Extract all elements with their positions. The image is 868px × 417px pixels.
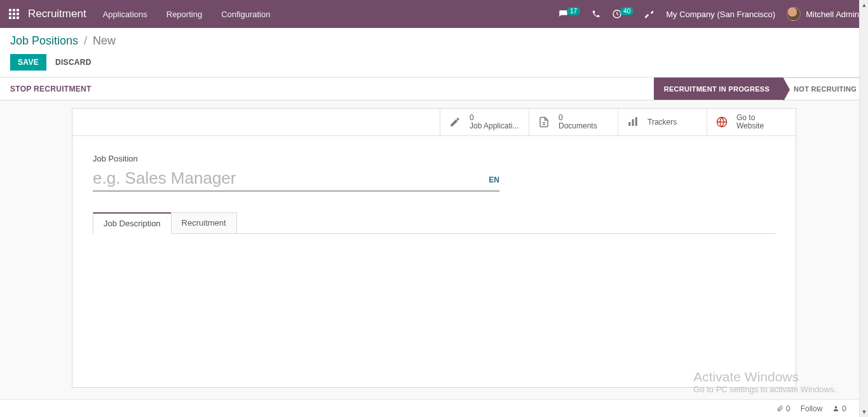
stat-applications-count: 0 [470, 114, 519, 122]
stage-not-recruiting[interactable]: NOT RECRUITING [783, 78, 868, 100]
svg-rect-5 [635, 118, 637, 126]
save-button[interactable]: SAVE [10, 54, 46, 71]
company-selector[interactable]: My Company (San Francisco) [666, 10, 775, 19]
scroll-up-arrow[interactable]: ▲ [860, 0, 868, 10]
activity-badge: 40 [620, 7, 634, 15]
stat-trackers[interactable]: Trackers [618, 109, 707, 135]
follow-button[interactable]: Follow [801, 404, 823, 413]
attachments-count: 0 [786, 404, 790, 413]
form-body: Job Position EN Job Description Recruitm… [72, 136, 796, 234]
user-menu[interactable]: Mitchell Admin [787, 7, 859, 21]
stage-recruitment-in-progress[interactable]: RECRUITMENT IN PROGRESS [654, 78, 783, 100]
debug-button[interactable] [645, 10, 654, 19]
tabs: Job Description Recruitment [93, 212, 775, 234]
avatar [787, 7, 801, 21]
followers-count: 0 [842, 404, 846, 413]
phone-button[interactable] [592, 10, 600, 18]
job-position-field-wrap: EN [93, 167, 499, 191]
pencil-icon [449, 116, 463, 128]
breadcrumb-current: New [93, 34, 116, 47]
bar-chart-icon [627, 116, 641, 128]
chatter-bar: 0 Follow 0 [0, 399, 859, 417]
nav-applications[interactable]: Applications [103, 10, 147, 19]
job-position-label: Job Position [93, 154, 775, 163]
document-icon [538, 116, 552, 128]
stat-website-line1: Go to [736, 114, 764, 122]
stat-job-applications[interactable]: 0 Job Applicati... [440, 109, 529, 135]
svg-point-8 [835, 406, 837, 409]
tab-recruitment[interactable]: Recruitment [171, 212, 237, 234]
top-nav: Applications Reporting Configuration [103, 10, 271, 19]
breadcrumb-sep: / [84, 34, 87, 47]
job-position-input[interactable] [93, 167, 481, 189]
form-sheet: 0 Job Applicati... 0 Documents Tracker [72, 108, 796, 388]
breadcrumb-root[interactable]: Job Positions [10, 34, 78, 47]
stop-recruitment-button[interactable]: STOP RECRUITMENT [10, 85, 92, 93]
apps-icon[interactable] [9, 9, 19, 19]
topbar: Recruitment Applications Reporting Confi… [0, 0, 868, 28]
nav-configuration[interactable]: Configuration [221, 10, 270, 19]
followers-button[interactable]: 0 [832, 404, 846, 413]
tab-job-description[interactable]: Job Description [93, 212, 172, 234]
stat-documents[interactable]: 0 Documents [529, 109, 618, 135]
chat-badge: 17 [567, 7, 580, 15]
messages-button[interactable]: 17 [558, 10, 580, 19]
discard-button[interactable]: DISCARD [55, 58, 92, 67]
globe-icon [716, 116, 730, 128]
stat-go-to-website[interactable]: Go to Website [707, 109, 796, 135]
lang-toggle[interactable]: EN [489, 175, 499, 189]
form-actions: SAVE DISCARD [10, 54, 858, 71]
stat-row: 0 Job Applicati... 0 Documents Tracker [72, 109, 796, 136]
topbar-right: 17 40 My Company (San Francisco) Mitchel… [558, 7, 859, 21]
status-pipeline: RECRUITMENT IN PROGRESS NOT RECRUITING [654, 78, 868, 100]
phone-icon [592, 10, 600, 18]
nav-reporting[interactable]: Reporting [166, 10, 202, 19]
stat-documents-count: 0 [559, 114, 597, 122]
wrench-icon [645, 10, 654, 19]
svg-rect-4 [632, 120, 634, 126]
stat-website-line2: Website [736, 122, 764, 130]
control-bar: Job Positions / New SAVE DISCARD [0, 28, 868, 78]
vertical-scrollbar[interactable]: ▲ ▼ [859, 0, 868, 417]
stat-trackers-label: Trackers [648, 118, 677, 126]
sheet-wrapper: 0 Job Applicati... 0 Documents Tracker [0, 100, 868, 388]
status-bar: STOP RECRUITMENT RECRUITMENT IN PROGRESS… [0, 78, 868, 100]
stat-documents-label: Documents [559, 122, 597, 130]
user-name: Mitchell Admin [806, 10, 859, 19]
paperclip-icon [776, 405, 783, 412]
activities-button[interactable]: 40 [612, 9, 634, 19]
scroll-down-arrow[interactable]: ▼ [860, 407, 868, 417]
svg-rect-3 [628, 122, 630, 126]
breadcrumb: Job Positions / New [10, 34, 858, 48]
stat-applications-label: Job Applicati... [470, 122, 519, 130]
app-brand[interactable]: Recruitment [28, 8, 86, 20]
person-icon [832, 405, 839, 412]
attachments-button[interactable]: 0 [776, 404, 790, 413]
